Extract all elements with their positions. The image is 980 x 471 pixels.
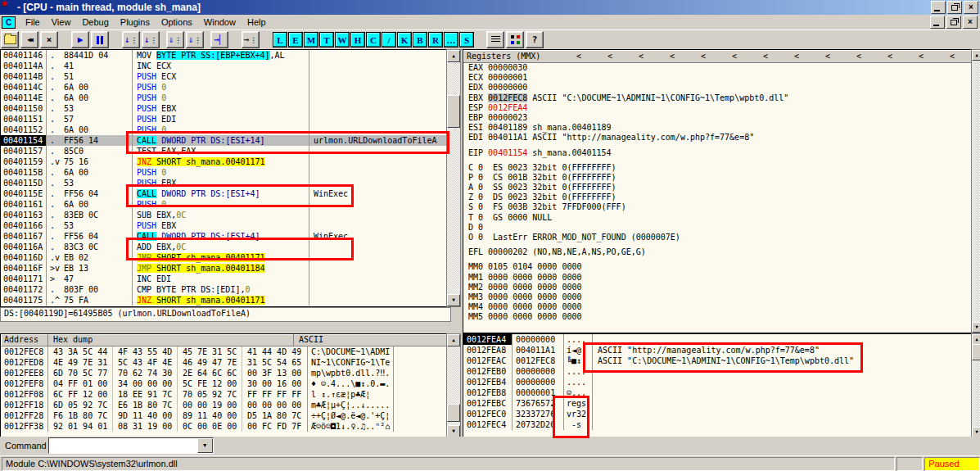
mdi-restore-button[interactable] xyxy=(946,16,961,29)
stack-row[interactable]: 0012FEC420732D20 -s xyxy=(463,419,971,430)
collapse-arrow-icon[interactable]: < xyxy=(812,52,843,61)
toolbar-letter-button-2[interactable]: M xyxy=(304,32,318,48)
stack-row[interactable]: 0012FEB400000000.... xyxy=(463,377,971,387)
register-line[interactable]: MM4 0000 0000 0000 0000 xyxy=(463,302,971,312)
disasm-row[interactable]: 00401150.53PUSH EBX xyxy=(1,103,447,114)
disasm-row[interactable]: 00401172.803F 00CMP BYTE PTR DS:[EDI],0 xyxy=(1,284,447,295)
step-over-button[interactable]: ↓ xyxy=(142,31,160,48)
register-line[interactable]: MM1 0000 0000 0000 0000 xyxy=(463,273,971,283)
scrollbar-thumb[interactable] xyxy=(447,404,460,422)
minimize-button[interactable] xyxy=(931,1,946,14)
hex-dump-pane[interactable]: Address Hex dump ASCII 0012FEC843 3A 5C … xyxy=(0,333,448,438)
collapse-arrow-icon[interactable]: < xyxy=(594,52,625,61)
collapse-arrow-icon[interactable]: < xyxy=(843,52,874,61)
stack-scrollbar[interactable]: ▲ ▼ xyxy=(971,333,980,438)
collapse-arrow-icon[interactable]: < xyxy=(750,52,781,61)
toolbar-letter-button-1[interactable]: E xyxy=(288,32,303,48)
toolbar-letter-button-7[interactable]: / xyxy=(382,32,396,48)
toolbar-letter-button-3[interactable]: T xyxy=(319,32,334,48)
disasm-row[interactable]: 00401167.FF56 04CALL DWORD PTR DS:[ESI+4… xyxy=(1,231,447,242)
register-line[interactable]: EDX 00000000 xyxy=(463,83,971,93)
scrollbar-thumb[interactable] xyxy=(972,344,980,360)
stack-row[interactable]: 0012FEB800000001☺... xyxy=(463,387,971,398)
register-line[interactable]: P 0 CS 001B 32bit 0(FFFFFFFF) xyxy=(463,173,971,183)
register-line[interactable]: ECX 00000001 xyxy=(463,73,971,83)
menu-item-debug[interactable]: Debug xyxy=(76,16,114,29)
scroll-down-arrow[interactable]: ▼ xyxy=(447,425,460,437)
menu-item-window[interactable]: Window xyxy=(198,16,242,29)
stack-row[interactable]: 0012FEA8004011A1í◄@.ASCII "http://manage… xyxy=(463,345,971,356)
register-line[interactable]: C 0 ES 0023 32bit 0(FFFFFFFF) xyxy=(463,163,971,173)
toolbar-letter-button-12[interactable]: S xyxy=(459,32,474,48)
toolbar-letter-button-10[interactable]: R xyxy=(428,32,443,48)
register-line[interactable]: EIP 00401154 sh_mana.00401154 xyxy=(463,148,971,158)
disasm-row[interactable]: 00401146.88441D 04MOV BYTE PTR SS:[EBP+E… xyxy=(1,50,447,61)
restart-button[interactable]: ◀◀ xyxy=(20,31,38,48)
dump-row[interactable]: 0012FEC843 3A 5C 444F 43 55 4D45 7E 31 5… xyxy=(1,346,447,357)
disasm-row[interactable]: 0040114A.41INC ECX xyxy=(1,61,447,71)
register-line[interactable]: EBP 00000023 xyxy=(463,113,971,123)
disasm-row[interactable]: 00401154.FF56 14CALL DWORD PTR DS:[ESI+1… xyxy=(1,135,447,146)
register-line[interactable]: EBX 0012FEC8 ASCII "C:\DOCUME~1\ADMINI~1… xyxy=(463,93,971,103)
register-line[interactable]: Z 0 DS 0023 32bit 0(FFFFFFFF) xyxy=(463,192,971,202)
run-button[interactable]: ▶ xyxy=(71,31,89,48)
toolbar-letter-button-5[interactable]: H xyxy=(350,32,365,48)
register-line[interactable]: MM5 0000 0000 0000 0000 xyxy=(463,312,971,322)
disasm-row[interactable]: 0040114C.6A 00PUSH 0 xyxy=(1,82,447,93)
stack-row[interactable]: 0012FEB000000000.... xyxy=(463,366,971,377)
register-line[interactable]: S 0 FS 003B 32bit 7FFDF000(FFF) xyxy=(463,202,971,212)
step-into-button[interactable]: ↓ xyxy=(122,31,140,48)
collapse-arrow-icon[interactable]: < xyxy=(625,52,657,61)
disasm-row[interactable]: 0040115E.FF56 04CALL DWORD PTR DS:[ESI+4… xyxy=(1,188,447,199)
dump-row[interactable]: 0012FEE86D 70 5C 7770 62 74 302E 64 6C 6… xyxy=(1,368,447,378)
disasm-row[interactable]: 00401161.6A 00PUSH 0 xyxy=(1,199,447,210)
command-input[interactable] xyxy=(50,439,199,452)
trace-over-button[interactable]: ⇓ xyxy=(186,31,204,48)
register-line[interactable]: MM0 0105 0104 0000 0000 xyxy=(463,262,971,272)
menu-item-help[interactable]: Help xyxy=(242,16,272,29)
dump-row[interactable]: 0012FF086C FF 12 0018 EE 91 7C70 05 92 7… xyxy=(1,389,447,400)
disasm-row[interactable]: 00401151.57PUSH EDI xyxy=(1,114,447,125)
disasm-row[interactable]: 0040116A.83C3 0CADD EBX,0C xyxy=(1,242,447,252)
collapse-arrow-icon[interactable]: < xyxy=(563,52,594,61)
collapse-arrow-icon[interactable]: < xyxy=(874,52,905,61)
register-line[interactable]: T 0 GS 0000 NULL xyxy=(463,213,971,223)
disasm-row[interactable]: 0040115D.53PUSH EBX xyxy=(1,178,447,188)
scroll-up-arrow[interactable]: ▲ xyxy=(447,50,460,62)
collapse-arrow-icon[interactable]: < xyxy=(905,52,937,61)
collapse-arrow-icon[interactable]: < xyxy=(657,52,688,61)
toolbar-letter-button-4[interactable]: W xyxy=(335,32,350,48)
register-line[interactable]: D 0 xyxy=(463,223,971,233)
stack-pane[interactable]: 0012FEA400000000....0012FEA8004011A1í◄@.… xyxy=(463,333,972,438)
disasm-row[interactable]: 0040116D.vEB 02JMP SHORT sh_mana.0040117… xyxy=(1,252,447,263)
stack-row[interactable]: 0012FEAC0012FEC8╚■↕.ASCII "C:\DOCUME~1\A… xyxy=(463,356,971,366)
dump-row[interactable]: 0012FED84E 49 7E 315C 43 4F 4E46 49 47 7… xyxy=(1,357,447,368)
go-to-address-button[interactable]: → xyxy=(242,31,260,48)
toolbar-letter-button-9[interactable]: B xyxy=(413,32,427,48)
execute-till-return-button[interactable]: →▏ xyxy=(210,31,228,48)
dump-scrollbar[interactable]: ▲ ▼ xyxy=(446,333,461,438)
disasm-row[interactable]: 00401159.v75 16JNZ SHORT sh_mana.0040117… xyxy=(1,156,447,167)
disasm-row[interactable]: 00401175.^75 FAJNZ SHORT sh_mana.0040117… xyxy=(1,295,447,306)
disassembly-pane[interactable]: 00401146.88441D 04MOV BYTE PTR SS:[EBP+E… xyxy=(0,49,448,307)
toolbar-letter-button-11[interactable]: … xyxy=(444,32,458,48)
collapse-arrow-icon[interactable]: < xyxy=(688,52,719,61)
trace-into-button[interactable]: ⇓ xyxy=(166,31,184,48)
restore-button[interactable] xyxy=(947,1,962,14)
pause-button[interactable] xyxy=(91,31,109,48)
disassembly-scrollbar[interactable]: ▲ ▼ xyxy=(446,49,461,307)
scroll-down-arrow[interactable]: ▼ xyxy=(972,322,980,333)
disasm-row[interactable]: 0040114B.51PUSH ECX xyxy=(1,71,447,82)
toolbar-letter-button-0[interactable]: L xyxy=(273,32,287,48)
collapse-arrow-icon[interactable]: < xyxy=(719,52,750,61)
register-line[interactable]: ESI 00401189 sh_mana.00401189 xyxy=(463,123,971,133)
close-button[interactable]: × xyxy=(964,1,978,14)
register-line[interactable]: MM3 0000 0000 0000 0000 xyxy=(463,292,971,302)
command-combobox[interactable]: ▼ xyxy=(48,437,214,454)
help-button[interactable]: ? xyxy=(526,31,544,48)
combo-dropdown-button[interactable]: ▼ xyxy=(197,438,213,453)
dump-row[interactable]: 0012FF186D 05 92 7CE6 1B 80 7C00 00 19 0… xyxy=(1,400,447,410)
windows-button[interactable] xyxy=(506,31,524,48)
register-line[interactable]: EDI 004011A1 ASCII "http://manageality.c… xyxy=(463,133,971,143)
toolbar-letter-button-8[interactable]: K xyxy=(397,32,412,48)
